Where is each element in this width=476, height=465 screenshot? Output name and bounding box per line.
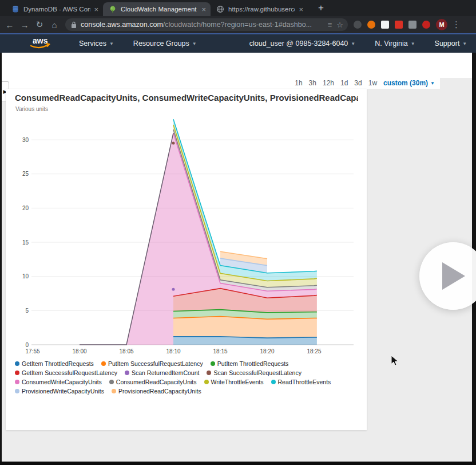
time-range-custom[interactable]: custom (30m) ▼ — [383, 79, 435, 87]
legend-row: GetItem ThrottledRequestsPutItem Success… — [15, 359, 358, 368]
x-axis-tick-label: 18:10 — [166, 348, 180, 354]
metrics-area-chart[interactable]: 05101520253017:5518:0018:0518:1018:1518:… — [6, 89, 367, 358]
legend-item-scan-returneditemcount[interactable]: Scan ReturnedItemCount — [125, 369, 199, 376]
browser-profile-avatar[interactable]: M — [436, 19, 447, 30]
data-point-scan-returneditemcount — [172, 288, 175, 291]
time-range-option-3d[interactable]: 3d — [354, 79, 362, 87]
x-axis-tick-label: 18:05 — [119, 348, 133, 354]
legend-item-putitem-successfulrequestlatency[interactable]: PutItem SuccessfulRequestLatency — [101, 360, 203, 367]
data-point-scan-successfulrequestlatency — [172, 142, 175, 145]
nav-item-resource-groups[interactable]: Resource Groups▼ — [133, 40, 197, 48]
mouse-cursor — [391, 355, 400, 367]
browser-tab-3[interactable]: https://raw.githubusercontent.× — [211, 2, 308, 16]
url-text: console.aws.amazon.com/cloudwatch/home?r… — [81, 21, 323, 29]
globe-favicon-icon — [216, 5, 224, 13]
tab-close-icon[interactable]: × — [299, 5, 303, 14]
y-axis-tick-label: 5 — [25, 308, 29, 314]
legend-item-scan-successfulrequestlatency[interactable]: Scan SuccessfulRequestLatency — [207, 369, 302, 376]
home-icon[interactable]: ⌂ — [47, 20, 62, 30]
legend-item-writethrottleevents[interactable]: WriteThrottleEvents — [204, 379, 264, 385]
nav-item-services[interactable]: Services▼ — [79, 40, 114, 48]
legend-label: GetItem SuccessfulRequestLatency — [22, 369, 117, 376]
aws-logo[interactable]: aws — [29, 36, 53, 51]
legend-row: ProvisionedWriteCapacityUnitsProvisioned… — [15, 387, 358, 396]
time-range-option-3h[interactable]: 3h — [309, 79, 316, 87]
legend-swatch — [15, 389, 19, 393]
metric-widget[interactable]: ConsumedReadCapacityUnits, ConsumedWrite… — [6, 89, 367, 430]
tab-title: DynamoDB - AWS Console — [23, 6, 90, 13]
legend-label: WriteThrottleEvents — [211, 379, 264, 385]
url-path: /cloudwatch/home?region=us-east-1#dashbo… — [163, 21, 312, 29]
extension-icon-6[interactable] — [422, 21, 430, 29]
screen-edge-left — [0, 53, 2, 465]
browser-url-bar: ← → ↻ ⌂ console.aws.amazon.com/cloudwatc… — [0, 16, 476, 33]
legend-label: Scan ReturnedItemCount — [132, 369, 199, 376]
chevron-down-icon: ▼ — [411, 41, 415, 46]
legend-item-getitem-successfulrequestlatency[interactable]: GetItem SuccessfulRequestLatency — [15, 369, 117, 376]
legend-row: ConsumedWriteCapacityUnitsConsumedReadCa… — [15, 377, 358, 387]
legend-swatch — [207, 371, 211, 375]
legend-item-provisionedreadcapacityunits[interactable]: ProvisionedReadCapacityUnits — [112, 388, 201, 395]
chevron-down-icon: ▼ — [351, 41, 355, 46]
address-bar[interactable]: console.aws.amazon.com/cloudwatch/home?r… — [65, 18, 348, 31]
legend-swatch — [15, 380, 19, 384]
reader-mode-icon[interactable]: ≡ — [328, 21, 332, 29]
time-range-custom-label: custom (30m) — [383, 79, 428, 87]
chevron-down-icon: ▼ — [430, 81, 435, 86]
extension-icon-5[interactable] — [408, 21, 416, 29]
extension-icon-3[interactable] — [381, 21, 389, 29]
play-icon — [439, 260, 467, 292]
legend-item-putitem-throttledrequests[interactable]: PutItem ThrottledRequests — [211, 360, 289, 367]
screen-edge-bottom — [0, 462, 476, 465]
legend-swatch — [15, 361, 19, 366]
x-axis-tick-label: 18:20 — [260, 348, 274, 354]
legend-label: ProvisionedReadCapacityUnits — [118, 388, 201, 395]
legend-item-provisionedwritecapacityunits[interactable]: ProvisionedWriteCapacityUnits — [15, 388, 104, 395]
back-icon[interactable]: ← — [2, 20, 17, 30]
legend-swatch — [271, 380, 276, 384]
tab-close-icon[interactable]: × — [201, 5, 206, 14]
legend-swatch — [112, 389, 116, 393]
browser-tab-1[interactable]: DynamoDB - AWS Console× — [6, 2, 103, 16]
extension-icons — [354, 21, 430, 29]
legend-item-consumedreadcapacityunits[interactable]: ConsumedReadCapacityUnits — [109, 379, 197, 385]
legend-label: PutItem SuccessfulRequestLatency — [108, 360, 203, 367]
svg-text:aws: aws — [33, 36, 48, 45]
legend-swatch — [15, 371, 19, 375]
reload-icon[interactable]: ↻ — [32, 19, 47, 30]
x-axis-tick-label: 18:15 — [213, 348, 227, 354]
time-range-option-12h[interactable]: 12h — [323, 79, 334, 87]
extension-icon-2[interactable] — [367, 21, 375, 29]
dynamodb-favicon-icon — [11, 5, 19, 13]
chevron-down-icon: ▼ — [462, 41, 467, 46]
x-axis-tick-label: 17:55 — [25, 348, 39, 354]
new-tab-button[interactable]: + — [315, 2, 327, 14]
account-menu[interactable]: cloud_user @ 0985-3284-6040▼ — [249, 40, 355, 48]
legend-item-readthrottleevents[interactable]: ReadThrottleEvents — [271, 379, 331, 385]
y-axis-tick-label: 20 — [22, 205, 29, 211]
time-range-option-1h[interactable]: 1h — [295, 79, 302, 87]
y-axis-tick-label: 15 — [22, 239, 29, 246]
background — [440, 78, 472, 89]
legend-item-getitem-throttledrequests[interactable]: GetItem ThrottledRequests — [15, 360, 94, 367]
legend-label: PutItem ThrottledRequests — [217, 360, 289, 367]
support-label: Support — [435, 40, 460, 48]
browser-menu-icon[interactable]: ⋮ — [452, 19, 461, 30]
browser-tab-strip: DynamoDB - AWS Console×CloudWatch Manage… — [0, 0, 476, 16]
region-menu[interactable]: N. Virginia▼ — [375, 40, 415, 48]
forward-icon[interactable]: → — [17, 20, 32, 30]
x-axis-tick-label: 18:00 — [72, 348, 86, 354]
extension-icon-1[interactable] — [354, 21, 362, 29]
bookmark-star-icon[interactable]: ☆ — [336, 21, 343, 29]
legend-swatch — [109, 380, 114, 384]
browser-tab-2[interactable]: CloudWatch Management Con× — [103, 2, 211, 16]
url-domain: console.aws.amazon.com — [81, 21, 163, 29]
aws-nav-bar: aws Services▼Resource Groups▼ cloud_user… — [0, 33, 476, 53]
extension-icon-4[interactable] — [395, 21, 403, 29]
support-menu[interactable]: Support▼ — [435, 40, 467, 48]
time-range-option-1d[interactable]: 1d — [340, 79, 348, 87]
tab-close-icon[interactable]: × — [94, 5, 98, 14]
time-range-option-1w[interactable]: 1w — [368, 79, 377, 87]
legend-item-consumedwritecapacityunits[interactable]: ConsumedWriteCapacityUnits — [15, 379, 102, 385]
y-axis-tick-label: 25 — [22, 171, 29, 177]
